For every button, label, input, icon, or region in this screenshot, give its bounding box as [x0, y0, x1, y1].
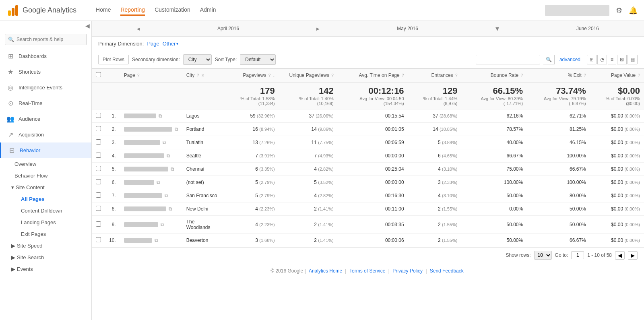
dim-other-dropdown[interactable]: Other ▾	[163, 41, 179, 47]
copy-url-icon[interactable]: ⧉	[157, 180, 160, 185]
page-url-blurred	[124, 222, 158, 227]
sidebar-sub-events[interactable]: ▶ Events	[0, 263, 91, 275]
row-pct-exit: 46.15%	[527, 136, 590, 149]
row-checkbox[interactable]	[96, 206, 101, 211]
copy-url-icon[interactable]: ⧉	[171, 166, 174, 172]
row-unique: 2 (1.41%)	[279, 216, 338, 234]
row-checkbox[interactable]	[96, 166, 101, 171]
sidebar-sub-site-speed[interactable]: ▶ Site Speed	[0, 240, 91, 252]
footer-analytics-home[interactable]: Analytics Home	[309, 268, 342, 274]
date-dropdown-button[interactable]: ▾	[495, 24, 499, 33]
page-range: 1 - 10 of 58	[587, 252, 612, 258]
dim-page-option[interactable]: Page	[147, 41, 159, 47]
th-page-help-icon[interactable]: ?	[137, 73, 140, 78]
view-pie-button[interactable]: ◔	[597, 55, 607, 64]
row-bounce-rate: 100.00%	[462, 176, 527, 189]
sidebar-item-realtime[interactable]: ⊙ Real-Time	[0, 95, 91, 111]
top-nav: Google Analytics Home Reporting Customiz…	[0, 0, 644, 21]
sidebar-sub-site-content[interactable]: ▾ Site Content	[0, 182, 91, 193]
footer-terms-of-service[interactable]: Terms of Service	[349, 268, 385, 274]
th-pageviews-help-icon[interactable]: ?	[268, 73, 271, 78]
select-all-checkbox[interactable]	[96, 72, 101, 77]
th-page-value: Page Value ?	[590, 69, 644, 83]
view-pivot-button[interactable]: ⊠	[617, 55, 627, 64]
copy-url-icon[interactable]: ⧉	[159, 113, 162, 119]
copy-url-icon[interactable]: ⧉	[167, 153, 170, 159]
row-checkbox[interactable]	[96, 113, 101, 118]
advanced-link[interactable]: advanced	[559, 57, 580, 62]
footer-send-feedback[interactable]: Send Feedback	[430, 268, 464, 274]
nav-admin[interactable]: Admin	[200, 5, 216, 16]
th-entrances-help-icon[interactable]: ?	[455, 73, 458, 78]
settings-icon[interactable]: ⚙	[616, 6, 622, 15]
view-list-button[interactable]: ≡	[608, 55, 616, 64]
row-checkbox[interactable]	[96, 179, 101, 184]
goto-input[interactable]	[571, 251, 584, 259]
row-entrances: 6 (4.65%)	[408, 149, 462, 163]
row-pct-exit: 81.25%	[527, 123, 590, 136]
table-row: 1. ⧉ Lagos 59 (32.96%) 37 (26.06%) 00:15…	[92, 109, 644, 123]
show-rows-select[interactable]: 10	[534, 251, 552, 260]
th-unique-help-icon[interactable]: ?	[331, 73, 334, 78]
row-checkbox[interactable]	[96, 139, 101, 145]
row-checkbox[interactable]	[96, 126, 101, 131]
row-city: Lagos	[182, 109, 223, 123]
page-url-blurred	[124, 114, 156, 118]
th-bounce-help-icon[interactable]: ?	[521, 73, 523, 78]
row-avg-time: 00:15:54	[338, 109, 408, 123]
footer-privacy-policy[interactable]: Privacy Policy	[392, 268, 423, 274]
nav-reporting[interactable]: Reporting	[120, 5, 145, 16]
sidebar-item-audience[interactable]: 👥 Audience	[0, 111, 91, 127]
sidebar-sub-all-pages[interactable]: All Pages	[0, 193, 91, 205]
nav-customization[interactable]: Customization	[155, 5, 190, 16]
sidebar-item-shortcuts[interactable]: ★ Shortcuts	[0, 64, 91, 80]
notifications-icon[interactable]: 🔔	[629, 6, 638, 15]
date-mid-arrow[interactable]: ▶	[316, 27, 320, 31]
copy-url-icon[interactable]: ⧉	[169, 206, 172, 212]
sort-desc-icon[interactable]: ↓	[273, 73, 275, 78]
row-checkbox[interactable]	[96, 153, 101, 158]
nav-home[interactable]: Home	[96, 5, 111, 16]
search-input[interactable]	[5, 34, 87, 45]
th-city-help-icon[interactable]: ?	[197, 73, 199, 78]
th-pct-exit-help-icon[interactable]: ?	[584, 73, 586, 78]
view-grid-button[interactable]: ⊞	[587, 55, 597, 64]
row-checkbox[interactable]	[96, 237, 101, 242]
copy-url-icon[interactable]: ⧉	[155, 237, 158, 243]
page-next-button[interactable]: ▶	[628, 251, 638, 260]
view-bar-button[interactable]: ▦	[627, 55, 638, 64]
secondary-dimension-select[interactable]: City	[183, 54, 212, 65]
copy-url-icon[interactable]: ⧉	[163, 140, 166, 145]
nav-links: Home Reporting Customization Admin	[96, 5, 216, 16]
table-search-input[interactable]	[476, 55, 540, 64]
copy-url-icon[interactable]: ⧉	[175, 126, 178, 132]
sidebar-item-behavior[interactable]: ⊟ Behavior	[0, 142, 91, 158]
sidebar-sub-site-search[interactable]: ▶ Site Search	[0, 252, 91, 263]
sidebar-sub-exit-pages[interactable]: Exit Pages	[0, 228, 91, 240]
row-checkbox[interactable]	[96, 192, 101, 198]
sidebar-sub-overview[interactable]: Overview	[0, 158, 91, 170]
page-url-blurred	[124, 206, 166, 211]
sidebar-sub-landing-pages[interactable]: Landing Pages	[0, 217, 91, 228]
sidebar-sub-content-drilldown[interactable]: Content Drilldown	[0, 205, 91, 217]
date-prev-arrow[interactable]: ◀	[137, 27, 140, 31]
th-city-remove-icon[interactable]: ✕	[201, 73, 204, 78]
sidebar-sub-behavior-flow[interactable]: Behavior Flow	[0, 170, 91, 182]
sidebar-item-acquisition[interactable]: ↗ Acquisition	[0, 127, 91, 142]
row-checkbox[interactable]	[96, 221, 101, 227]
sidebar-item-dashboards[interactable]: ⊞ Dashboards	[0, 48, 91, 64]
account-selector[interactable]	[545, 5, 609, 16]
sidebar-toggle-button[interactable]: ◀	[85, 23, 90, 29]
plot-rows-button[interactable]: Plot Rows	[98, 55, 129, 64]
page-prev-button[interactable]: ◀	[615, 251, 625, 260]
main-content: ◀ April 2016 ▶ May 2016 ▾ June 2016 Prim…	[92, 21, 644, 320]
th-page-value-help-icon[interactable]: ?	[638, 73, 640, 78]
table-search-button[interactable]: 🔍	[543, 55, 555, 64]
copy-url-icon[interactable]: ⧉	[161, 222, 164, 227]
th-avg-time-help-icon[interactable]: ?	[402, 73, 404, 78]
sort-type-select[interactable]: Default	[240, 54, 276, 65]
copy-url-icon[interactable]: ⧉	[165, 193, 168, 198]
row-avg-time: 00:11:00	[338, 202, 408, 216]
sidebar-item-intelligence[interactable]: ◎ Intelligence Events	[0, 80, 91, 95]
chevron-right-icon3: ▶	[11, 266, 15, 272]
